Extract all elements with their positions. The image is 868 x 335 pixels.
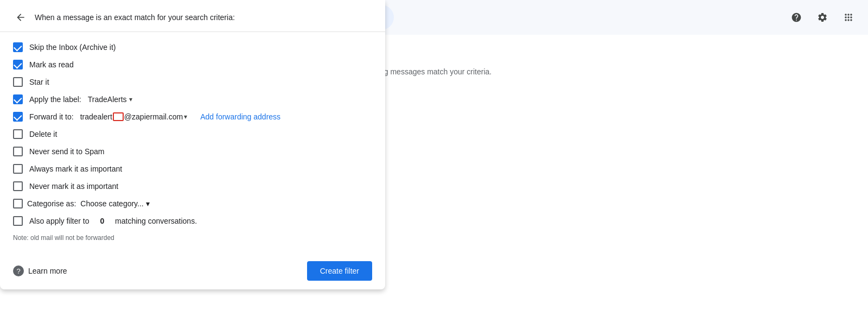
learn-more-link[interactable]: Learn more (28, 267, 67, 275)
email-suffix: @zapiermail.com (124, 112, 183, 121)
delete-it-row: Delete it (13, 125, 372, 143)
star-it-checkbox[interactable] (13, 77, 23, 87)
apply-label-row: Apply the label: TradeAlerts ▾ (13, 91, 372, 108)
categorise-label: Categorise as: (27, 199, 76, 208)
delete-it-checkbox[interactable] (13, 129, 23, 139)
apply-label-checkbox[interactable] (13, 94, 23, 104)
forward-dropdown-chevron-icon[interactable]: ▾ (184, 113, 187, 121)
never-spam-label: Never send it to Spam (29, 147, 105, 156)
skip-inbox-label: Skip the Inbox (Archive it) (29, 43, 116, 52)
email-highlight (113, 112, 124, 121)
filter-dialog: When a message is an exact match for you… (0, 0, 385, 289)
never-important-row: Never mark it as important (13, 178, 372, 195)
skip-inbox-row: Skip the Inbox (Archive it) (13, 39, 372, 56)
category-dropdown[interactable]: Choose category... ▾ (80, 199, 149, 208)
category-dropdown-chevron-icon: ▾ (146, 199, 150, 208)
mark-as-read-row: Mark as read (13, 56, 372, 73)
category-value: Choose category... (80, 199, 143, 208)
apply-label-label: Apply the label: (29, 95, 81, 104)
learn-more-section: ? Learn more (13, 266, 67, 276)
dialog-header-text: When a message is an exact match for you… (35, 13, 235, 22)
note-text: Note: old mail will not be forwarded (13, 230, 372, 248)
dialog-body: Skip the Inbox (Archive it) Mark as read… (0, 32, 385, 257)
also-apply-label: Also apply filter to 0 matching conversa… (29, 217, 197, 225)
always-important-checkbox[interactable] (13, 164, 23, 174)
label-dropdown[interactable]: TradeAlerts ▾ (88, 95, 132, 104)
never-spam-checkbox[interactable] (13, 147, 23, 156)
categorise-row: Categorise as: Choose category... ▾ (13, 195, 372, 212)
skip-inbox-checkbox[interactable] (13, 42, 23, 52)
always-important-label: Always mark it as important (29, 165, 122, 173)
help-button[interactable] (786, 7, 807, 28)
mark-as-read-checkbox[interactable] (13, 60, 23, 69)
apps-button[interactable] (838, 7, 859, 28)
back-button[interactable] (13, 10, 28, 25)
mark-as-read-label: Mark as read (29, 60, 74, 69)
also-apply-checkbox[interactable] (13, 216, 23, 226)
forward-it-row: Forward it to: tradealert@zapiermail.com… (13, 108, 372, 125)
always-important-row: Always mark it as important (13, 160, 372, 178)
forward-it-checkbox[interactable] (13, 112, 23, 122)
learn-more-help-icon[interactable]: ? (13, 266, 24, 276)
never-important-label: Never mark it as important (29, 182, 118, 191)
email-prefix: tradealert (80, 112, 112, 121)
categorise-checkbox[interactable] (13, 199, 23, 208)
label-dropdown-chevron-icon: ▾ (129, 96, 132, 103)
delete-it-label: Delete it (29, 130, 57, 138)
add-forwarding-link[interactable]: Add forwarding address (200, 112, 280, 121)
never-spam-row: Never send it to Spam (13, 143, 372, 160)
never-important-checkbox[interactable] (13, 181, 23, 191)
dialog-footer: ? Learn more Create filter (0, 257, 385, 289)
dialog-header: When a message is an exact match for you… (0, 0, 385, 32)
also-apply-count: 0 (100, 217, 104, 225)
top-right-icons (786, 7, 859, 28)
no-messages-text: ng messages match your criteria. (380, 67, 492, 76)
forward-it-label: Forward it to: (29, 112, 74, 121)
star-it-label: Star it (29, 78, 49, 86)
star-it-row: Star it (13, 73, 372, 91)
forward-address: tradealert@zapiermail.com ▾ (80, 112, 188, 121)
forward-email: tradealert@zapiermail.com (80, 112, 183, 121)
label-value: TradeAlerts (88, 95, 127, 104)
settings-button[interactable] (812, 7, 833, 28)
create-filter-button[interactable]: Create filter (307, 261, 372, 281)
also-apply-row: Also apply filter to 0 matching conversa… (13, 212, 372, 230)
